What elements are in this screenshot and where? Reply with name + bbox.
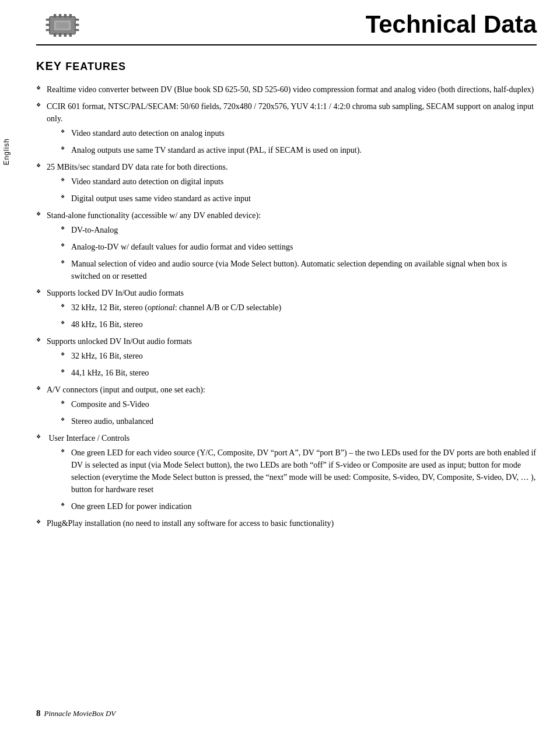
item-text: 44,1 kHz, 16 Bit, stereo — [71, 368, 149, 377]
sub-list: Video standard auto detection on digital… — [61, 176, 537, 205]
svg-rect-7 — [64, 33, 66, 36]
svg-rect-8 — [69, 33, 72, 36]
section-title-features: Features — [65, 61, 126, 72]
item-text: Video standard auto detection on analog … — [71, 129, 225, 138]
sub-list: One green LED for each video source (Y/C… — [61, 447, 537, 513]
svg-rect-12 — [75, 18, 79, 20]
list-item: Stereo audio, unbalanced — [61, 415, 537, 427]
list-item: Supports locked DV In/Out audio formats … — [36, 287, 537, 331]
sub-list: Video standard auto detection on analog … — [61, 127, 537, 156]
item-text: 32 kHz, 12 Bit, stereo (optional: channe… — [71, 303, 281, 312]
item-text: Stand-alone functionality (accessible w/… — [47, 211, 261, 220]
item-text: CCIR 601 format, NTSC/PAL/SECAM: 50/60 f… — [47, 102, 534, 123]
item-text: A/V connectors (input and output, one se… — [47, 385, 205, 394]
item-text: Analog-to-DV w/ default values for audio… — [71, 243, 293, 251]
list-item: Realtime video converter between DV (Blu… — [36, 83, 537, 96]
section-title-key: Key — [36, 59, 65, 72]
sub-list: 32 kHz, 16 Bit, stereo 44,1 kHz, 16 Bit,… — [61, 350, 537, 379]
svg-rect-2 — [59, 13, 61, 17]
svg-rect-1 — [54, 13, 56, 17]
list-item: A/V connectors (input and output, one se… — [36, 384, 537, 427]
list-item: User Interface / Controls One green LED … — [36, 432, 537, 513]
item-text: 32 kHz, 16 Bit, stereo — [71, 352, 143, 360]
list-item: 25 MBits/sec standard DV data rate for b… — [36, 161, 537, 205]
list-item: Analog outputs use same TV standard as a… — [61, 144, 537, 156]
svg-rect-9 — [46, 18, 50, 20]
list-item: 32 kHz, 16 Bit, stereo — [61, 350, 537, 362]
item-text: Analog outputs use same TV standard as a… — [71, 146, 362, 155]
svg-rect-16 — [56, 22, 68, 29]
list-item: Stand-alone functionality (accessible w/… — [36, 209, 537, 282]
item-text: Video standard auto detection on digital… — [71, 177, 223, 186]
sidebar-language: English — [0, 117, 13, 187]
page-header: Technical Data — [13, 0, 560, 40]
list-item: 44,1 kHz, 16 Bit, stereo — [61, 367, 537, 379]
footer-product-name: Pinnacle MovieBox DV — [44, 709, 116, 718]
page-container: English — [0, 0, 560, 730]
list-item: 32 kHz, 12 Bit, stereo (optional: channe… — [61, 301, 537, 314]
item-text: One green LED for each video source (Y/C… — [71, 448, 536, 494]
page-title: Technical Data — [89, 10, 537, 38]
sub-list: 32 kHz, 12 Bit, stereo (optional: channe… — [61, 301, 537, 331]
item-text: DV-to-Analog — [71, 226, 118, 234]
svg-rect-13 — [75, 23, 79, 26]
sub-list: DV-to-Analog Analog-to-DV w/ default val… — [61, 224, 537, 282]
item-text: Realtime video converter between DV (Blu… — [47, 85, 534, 94]
list-item: Plug&Play installation (no need to insta… — [36, 517, 537, 529]
list-item: Video standard auto detection on digital… — [61, 176, 537, 188]
logo-area — [36, 10, 89, 40]
list-item: One green LED for power indication — [61, 500, 537, 513]
list-item: Digital output uses same video standard … — [61, 192, 537, 205]
item-text: Supports locked DV In/Out audio formats — [47, 289, 184, 297]
list-item: Video standard auto detection on analog … — [61, 127, 537, 139]
item-text: Plug&Play installation (no need to insta… — [47, 519, 334, 528]
main-content: Key Features Realtime video converter be… — [36, 45, 537, 529]
item-text: Composite and S-Video — [71, 400, 149, 409]
italic-text: optional — [148, 303, 175, 312]
svg-rect-10 — [46, 23, 50, 26]
item-text: Supports unlocked DV In/Out audio format… — [47, 337, 192, 346]
list-item: Supports unlocked DV In/Out audio format… — [36, 335, 537, 379]
item-text: Stereo audio, unbalanced — [71, 417, 153, 426]
sub-list: Composite and S-Video Stereo audio, unba… — [61, 398, 537, 427]
list-item: One green LED for each video source (Y/C… — [61, 447, 537, 496]
svg-rect-11 — [46, 29, 50, 31]
item-text: Digital output uses same video standard … — [71, 194, 251, 203]
item-text: 48 kHz, 16 Bit, stereo — [71, 320, 143, 329]
svg-rect-4 — [69, 13, 72, 17]
item-text: 25 MBits/sec standard DV data rate for b… — [47, 163, 228, 171]
svg-rect-3 — [64, 13, 66, 17]
page-footer: 8 Pinnacle MovieBox DV — [36, 708, 537, 718]
svg-rect-6 — [59, 33, 61, 36]
svg-rect-14 — [75, 29, 79, 31]
item-text: User Interface / Controls — [47, 434, 130, 443]
list-item: 48 kHz, 16 Bit, stereo — [61, 318, 537, 331]
list-item: CCIR 601 format, NTSC/PAL/SECAM: 50/60 f… — [36, 100, 537, 156]
svg-rect-5 — [54, 33, 56, 36]
features-list: Realtime video converter between DV (Blu… — [36, 83, 537, 529]
language-label: English — [2, 138, 10, 165]
chip-icon — [39, 12, 86, 38]
list-item: Analog-to-DV w/ default values for audio… — [61, 241, 537, 253]
list-item: Manual selection of video and audio sour… — [61, 258, 537, 282]
page-number: 8 — [36, 708, 41, 718]
list-item: DV-to-Analog — [61, 224, 537, 236]
item-text: One green LED for power indication — [71, 502, 191, 511]
item-text: Manual selection of video and audio sour… — [71, 259, 507, 280]
list-item: Composite and S-Video — [61, 398, 537, 410]
section-title: Key Features — [36, 59, 537, 73]
